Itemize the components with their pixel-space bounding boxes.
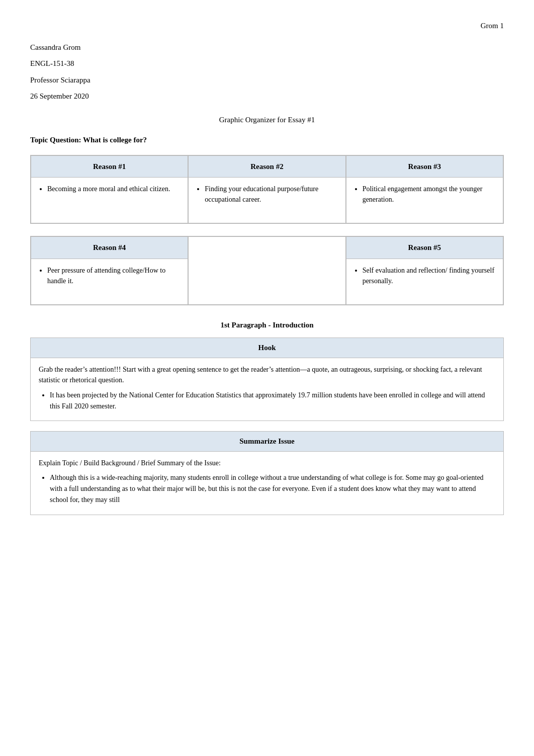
reason-cell-2: Reason #2 Finding your educational purpo… <box>188 155 345 224</box>
hook-box: Hook Grab the reader’s attention!!! Star… <box>31 338 503 421</box>
reason-cell-4: Reason #4 Peer pressure of attending col… <box>31 236 188 305</box>
reasons-grid-bottom: Reason #4 Peer pressure of attending col… <box>30 236 504 305</box>
summarize-header: Summarize Issue <box>31 432 503 452</box>
summarize-body: Explain Topic / Build Background / Brief… <box>31 452 503 515</box>
reason-body-2: Finding your educational purpose/future … <box>189 178 345 223</box>
summarize-bullet: Although this is a wide-reaching majorit… <box>50 472 495 505</box>
reason-item-5: Self evaluation and reflection/ finding … <box>363 265 496 286</box>
reason-item-1: Becoming a more moral and ethical citize… <box>47 184 181 194</box>
reason-body-5: Self evaluation and reflection/ finding … <box>346 259 503 304</box>
reason-header-1: Reason #1 <box>31 156 188 178</box>
reason-header-5: Reason #5 <box>346 237 503 259</box>
reason-header-4: Reason #4 <box>31 237 188 259</box>
hook-section: Hook Grab the reader’s attention!!! Star… <box>30 338 504 421</box>
hook-bullet: It has been projected by the National Ce… <box>50 390 495 411</box>
author-date: 26 September 2020 <box>30 91 504 102</box>
page-number: Grom 1 <box>481 22 504 30</box>
hook-body: Grab the reader’s attention!!! Start wit… <box>31 358 503 421</box>
author-professor: Professor Sciarappa <box>30 74 504 86</box>
author-name: Cassandra Grom <box>30 42 504 53</box>
summarize-intro: Explain Topic / Build Background / Brief… <box>39 459 221 467</box>
hook-header: Hook <box>31 338 503 358</box>
reason-cell-5: Reason #5 Self evaluation and reflection… <box>346 236 503 305</box>
summarize-box: Summarize Issue Explain Topic / Build Ba… <box>31 432 503 514</box>
reason-header-2: Reason #2 <box>189 156 345 178</box>
topic-question: Topic Question: What is college for? <box>30 134 504 146</box>
reason-body-4: Peer pressure of attending college/How t… <box>31 259 188 304</box>
reason-item-4: Peer pressure of attending college/How t… <box>47 265 181 286</box>
reason-body-3: Political engagement amongst the younger… <box>346 178 503 223</box>
paragraph-section-title: 1st Paragraph - Introduction <box>30 319 504 331</box>
page-title: Graphic Organizer for Essay #1 <box>30 114 504 126</box>
author-course: ENGL-151-38 <box>30 58 504 69</box>
reason-cell-empty <box>188 236 345 305</box>
reason-cell-1: Reason #1 Becoming a more moral and ethi… <box>31 155 188 224</box>
author-block: Cassandra Grom ENGL-151-38 Professor Sci… <box>30 42 504 102</box>
reason-item-2: Finding your educational purpose/future … <box>205 184 338 205</box>
reasons-grid-top: Reason #1 Becoming a more moral and ethi… <box>30 155 504 224</box>
summarize-section: Summarize Issue Explain Topic / Build Ba… <box>30 431 504 515</box>
reason-item-3: Political engagement amongst the younger… <box>363 184 496 205</box>
reason-cell-3: Reason #3 Political engagement amongst t… <box>346 155 503 224</box>
reason-header-3: Reason #3 <box>346 156 503 178</box>
reason-body-1: Becoming a more moral and ethical citize… <box>31 178 188 223</box>
hook-intro: Grab the reader’s attention!!! Start wit… <box>39 366 482 384</box>
